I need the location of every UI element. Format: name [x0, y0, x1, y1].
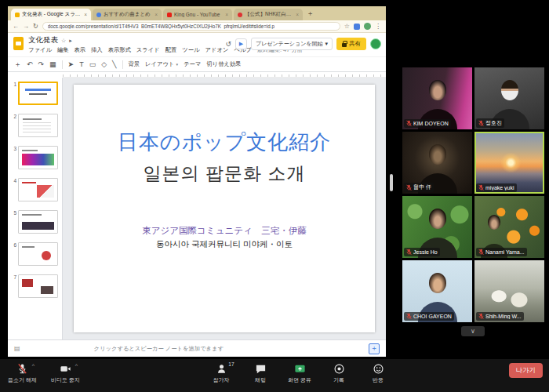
extension-icon[interactable] — [354, 24, 360, 30]
tab-youtube[interactable]: King Gnu - YouTube × — [163, 9, 232, 20]
account-avatar[interactable] — [370, 38, 381, 49]
slide-thumbnail-4[interactable]: 4 — [9, 178, 60, 201]
slide-thumbnail-3[interactable]: 3 — [9, 146, 60, 169]
layout-button[interactable]: レイアウト▾ — [145, 60, 178, 68]
slide-thumbnail-6[interactable]: 6 — [9, 242, 60, 266]
menu-arrange[interactable]: 配置 — [165, 46, 177, 54]
slide-thumbnail-preview[interactable] — [18, 82, 58, 105]
tab-label: King Gnu - YouTube — [174, 12, 223, 17]
slide-thumbnail-preview[interactable] — [18, 178, 58, 201]
menu-edit[interactable]: 編集 — [57, 46, 69, 54]
leave-meeting-button[interactable]: 나가기 — [509, 363, 544, 378]
theme-button[interactable]: テーマ — [184, 60, 201, 68]
add-comment-button[interactable]: ＋ — [369, 343, 380, 354]
tab-nhk[interactable]: 【公式】NHK紅白歌合戦「紅白」 × — [234, 9, 303, 20]
redo-icon[interactable]: ↷ — [38, 60, 45, 68]
notes-layout-icon[interactable]: ▤ — [14, 345, 20, 352]
slide-subtitle-japanese[interactable]: 東アジア国際コミュニティ 三宅・伊藤 — [74, 225, 375, 237]
video-tile-kim-doyeon[interactable]: KIM DOYEON — [402, 67, 472, 129]
menu-file[interactable]: ファイル — [28, 46, 52, 54]
slide-title-japanese[interactable]: 日本のポップ文化紹介 — [74, 129, 375, 156]
slide-thumbnail-1[interactable]: 1 — [9, 82, 60, 105]
more-participants-chevron[interactable]: ∨ — [461, 326, 485, 336]
video-tile-hatanaka[interactable]: 畠中 仟 — [402, 132, 472, 194]
menu-tools[interactable]: ツール — [182, 46, 199, 54]
video-tile-jessie-ho[interactable]: Jessie Ho — [402, 196, 472, 258]
video-tile-shih-ming[interactable]: Shih-Ming W... — [474, 260, 544, 322]
image-icon[interactable]: ▭ — [89, 60, 96, 68]
tab-close-icon[interactable]: × — [84, 12, 87, 17]
url-field[interactable]: docs.google.com/presentation/d/1T4fHV3_B… — [42, 22, 340, 31]
slide-thumbnail-preview[interactable] — [18, 210, 58, 234]
youtube-favicon — [167, 13, 172, 17]
menu-view[interactable]: 表示 — [74, 46, 85, 54]
paint-format-icon[interactable]: ▦ — [49, 60, 56, 68]
stop-video-button[interactable]: ^ 비디오 중지 — [51, 363, 80, 384]
slide-title-korean[interactable]: 일본의 팝문화 소개 — [74, 162, 375, 186]
tab-close-icon[interactable]: × — [155, 12, 158, 17]
present-dropdown-caret[interactable]: ▾ — [325, 41, 328, 47]
slide-filmstrip: 1 2 3 4 5 — [8, 78, 63, 339]
menu-format[interactable]: 表示形式 — [108, 46, 131, 54]
slide-thumbnail-7[interactable]: 7 — [9, 274, 60, 298]
slide-thumbnail-2[interactable]: 2 — [9, 114, 60, 137]
slide-subtitle-korean[interactable]: 동아시아 국제커뮤니티 미야케・이토 — [74, 239, 375, 250]
share-button[interactable]: 共有 — [336, 38, 366, 50]
slide-number: 7 — [9, 274, 16, 280]
video-tile-choi-gayeon[interactable]: CHOI GAYEON — [402, 260, 472, 322]
browser-profile-avatar[interactable] — [364, 23, 371, 30]
slide-number: 2 — [9, 114, 16, 119]
slide-number: 4 — [9, 178, 16, 183]
slides-app-icon[interactable] — [13, 37, 24, 50]
forward-icon[interactable]: → — [23, 23, 29, 30]
bookmark-star-icon[interactable]: ☆ — [344, 23, 350, 30]
unmute-button[interactable]: ^ 음소거 해제 — [8, 363, 37, 384]
slide-thumbnail-preview[interactable] — [18, 114, 58, 137]
chat-button[interactable]: 채팅 — [249, 363, 272, 384]
slide-thumbnail-preview[interactable] — [18, 274, 58, 298]
text-box-icon[interactable]: T — [79, 60, 84, 68]
reactions-button[interactable]: 반응 — [366, 363, 390, 384]
tab-music[interactable]: おすすめの曲まとめ × — [93, 9, 162, 20]
muted-mic-icon — [406, 184, 412, 191]
menu-slide[interactable]: スライド — [136, 46, 160, 54]
slideshow-icon-button[interactable]: ▶ — [235, 38, 247, 49]
speaker-notes-placeholder[interactable]: クリックするとスピーカー ノートを追加できます — [94, 345, 364, 353]
video-tile-miyake-yuki-active-speaker[interactable]: miyake yuki — [474, 132, 544, 194]
video-options-caret[interactable]: ^ — [75, 363, 78, 368]
star-document-icon[interactable]: ☆ — [61, 38, 66, 44]
move-folder-icon[interactable]: ▸ — [69, 38, 72, 44]
video-tile-jeong-hojin[interactable]: 정호진 — [474, 67, 544, 129]
panel-resize-handle[interactable] — [390, 174, 393, 191]
slide-number: 1 — [9, 82, 16, 87]
participants-button[interactable]: 17 참가자 — [209, 363, 233, 384]
present-button[interactable]: プレゼンテーションを開始 ▾ — [251, 38, 333, 50]
tab-slides[interactable]: 文化発表 - Google スライド × — [11, 9, 91, 20]
add-slide-icon[interactable]: ＋ — [14, 60, 21, 70]
browser-menu-kebab-icon[interactable]: ⋮ — [375, 23, 381, 30]
history-icon[interactable]: ↺ — [225, 40, 231, 48]
undo-icon[interactable]: ↶ — [27, 60, 33, 68]
slide-thumbnail-5[interactable]: 5 — [9, 210, 60, 234]
browser-tab-bar: 文化発表 - Google スライド × おすすめの曲まとめ × King Gn… — [8, 6, 386, 20]
background-button[interactable]: 背景 — [129, 60, 140, 68]
line-icon[interactable]: ╲ — [112, 60, 116, 68]
tab-close-icon[interactable]: × — [296, 12, 299, 17]
current-slide[interactable]: 日本のポップ文化紹介 일본의 팝문화 소개 東アジア国際コミュニティ 三宅・伊藤… — [74, 85, 375, 332]
back-icon[interactable]: ← — [13, 23, 19, 30]
reload-icon[interactable]: ↻ — [33, 23, 38, 30]
tab-close-icon[interactable]: × — [225, 12, 228, 17]
select-cursor-icon[interactable]: ➤ — [68, 60, 75, 68]
document-title[interactable]: 文化発表 — [28, 35, 58, 45]
video-tile-nanami[interactable]: Nanami Yama... — [474, 196, 544, 258]
transition-button[interactable]: 切り替え効果 — [206, 60, 241, 68]
share-screen-button[interactable]: 화면 공유 — [288, 363, 311, 384]
menu-insert[interactable]: 挿入 — [91, 46, 103, 54]
slide-thumbnail-preview[interactable] — [18, 146, 58, 169]
shape-icon[interactable]: ◇ — [101, 60, 107, 68]
participant-name-badge: KIM DOYEON — [404, 119, 451, 128]
new-tab-icon[interactable]: ＋ — [307, 9, 314, 19]
mic-options-caret[interactable]: ^ — [32, 363, 35, 368]
record-button[interactable]: 기록 — [327, 363, 351, 384]
slide-thumbnail-preview[interactable] — [18, 242, 58, 266]
